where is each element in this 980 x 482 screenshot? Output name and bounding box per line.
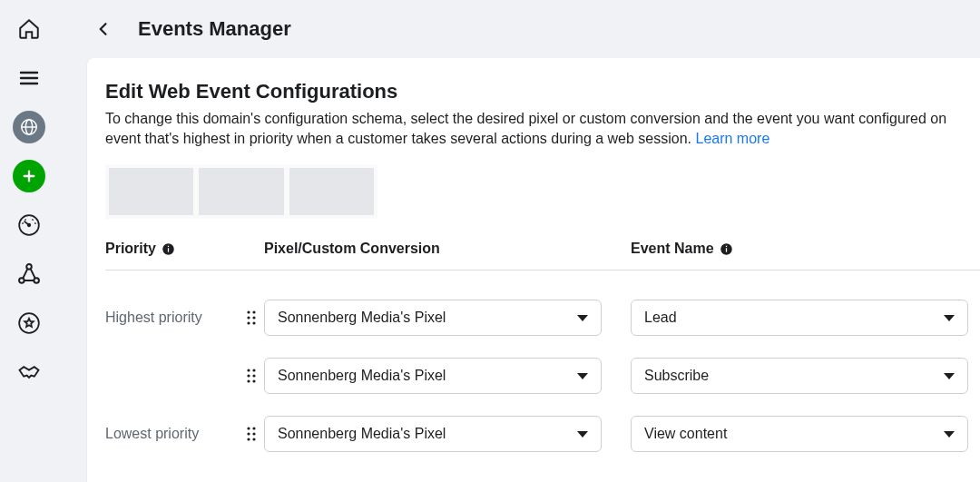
event-select[interactable]: Lead — [631, 300, 968, 336]
svg-rect-24 — [725, 245, 726, 246]
event-select[interactable]: View content — [631, 416, 968, 452]
pixel-select[interactable]: Sonnenberg Media's Pixel — [264, 300, 602, 336]
svg-line-10 — [24, 221, 29, 225]
svg-point-28 — [252, 317, 255, 320]
drag-handle[interactable] — [239, 426, 264, 442]
drag-icon — [246, 368, 257, 384]
star-circle-icon — [17, 311, 41, 335]
nav-partnerships[interactable] — [13, 356, 45, 389]
left-nav-rail — [0, 0, 58, 482]
nav-favorites[interactable] — [13, 307, 45, 339]
priority-label: Lowest priority — [105, 426, 239, 442]
plus-icon — [22, 169, 36, 183]
col-header-priority: Priority — [105, 241, 264, 257]
svg-point-41 — [247, 438, 250, 441]
svg-point-35 — [247, 380, 250, 383]
event-row: Highest priority Sonnenberg Media's Pixe… — [105, 289, 980, 347]
svg-point-30 — [252, 322, 255, 325]
svg-point-40 — [252, 433, 255, 436]
svg-point-32 — [252, 369, 255, 372]
globe-sparkle-icon — [19, 117, 39, 137]
hamburger-icon — [18, 67, 40, 89]
drag-handle[interactable] — [239, 310, 264, 326]
svg-point-25 — [247, 311, 250, 314]
event-select-value: View content — [644, 426, 727, 442]
panel-title: Edit Web Event Configurations — [105, 80, 980, 103]
svg-point-39 — [247, 433, 250, 436]
svg-point-15 — [26, 264, 32, 270]
svg-point-42 — [252, 438, 255, 441]
svg-rect-20 — [168, 248, 169, 251]
svg-point-33 — [247, 375, 250, 378]
nav-home[interactable] — [13, 13, 45, 45]
page-title: Events Manager — [138, 17, 291, 41]
nav-create[interactable] — [13, 160, 45, 192]
page-header: Events Manager — [87, 13, 291, 45]
svg-point-36 — [252, 380, 255, 383]
panel-description-line-1: To change this domain's configuration sc… — [105, 111, 946, 126]
svg-point-29 — [247, 322, 250, 325]
col-header-event-label: Event Name — [631, 241, 714, 257]
learn-more-link[interactable]: Learn more — [696, 131, 770, 146]
nav-connections[interactable] — [13, 258, 45, 290]
panel-description: To change this domain's configuration sc… — [105, 109, 980, 148]
svg-point-37 — [247, 428, 250, 430]
svg-point-34 — [252, 375, 255, 378]
svg-point-18 — [19, 313, 39, 333]
drag-handle[interactable] — [239, 368, 264, 384]
pixel-select-value: Sonnenberg Media's Pixel — [278, 426, 446, 442]
gauge-icon — [17, 213, 41, 237]
col-header-pixel: Pixel/Custom Conversion — [264, 241, 631, 257]
svg-point-31 — [247, 369, 250, 372]
home-icon — [17, 17, 41, 41]
event-row: Lowest priority Sonnenberg Media's Pixel… — [105, 405, 980, 463]
event-select-value: Subscribe — [644, 368, 709, 384]
svg-point-27 — [247, 317, 250, 320]
svg-point-38 — [252, 428, 255, 430]
info-icon[interactable] — [720, 242, 733, 256]
config-panel: Edit Web Event Configurations To change … — [87, 58, 980, 482]
back-button[interactable] — [87, 13, 120, 45]
network-icon — [16, 261, 42, 287]
handshake-icon — [16, 359, 42, 385]
event-rows: Highest priority Sonnenberg Media's Pixe… — [105, 289, 980, 463]
nav-menu[interactable] — [13, 62, 45, 94]
svg-rect-23 — [725, 248, 726, 251]
table-header-row: Priority Pixel/Custom Conversion Event N… — [105, 241, 980, 271]
event-select[interactable]: Subscribe — [631, 358, 968, 394]
svg-rect-21 — [168, 245, 169, 246]
caret-down-icon — [577, 373, 588, 379]
caret-down-icon — [944, 431, 955, 438]
panel-description-line-2: event that's highest in priority when a … — [105, 131, 696, 146]
event-select-value: Lead — [644, 310, 677, 326]
drag-icon — [246, 310, 257, 326]
info-icon[interactable] — [162, 242, 175, 256]
chevron-left-icon — [94, 20, 113, 38]
drag-icon — [246, 426, 257, 442]
domain-redacted-block — [105, 164, 377, 219]
event-row: Sonnenberg Media's Pixel Subscribe — [105, 347, 980, 405]
caret-down-icon — [944, 315, 955, 321]
svg-point-16 — [19, 278, 24, 283]
caret-down-icon — [577, 315, 588, 321]
pixel-select[interactable]: Sonnenberg Media's Pixel — [264, 358, 602, 394]
col-header-event: Event Name — [631, 241, 980, 257]
svg-point-17 — [34, 278, 39, 283]
nav-events-manager[interactable] — [13, 111, 45, 143]
svg-line-13 — [33, 220, 34, 221]
col-header-priority-label: Priority — [105, 241, 156, 257]
svg-line-12 — [25, 220, 26, 221]
nav-dashboard[interactable] — [13, 209, 45, 241]
pixel-select-value: Sonnenberg Media's Pixel — [278, 368, 446, 384]
svg-point-26 — [252, 311, 255, 314]
caret-down-icon — [944, 373, 955, 379]
priority-label: Highest priority — [105, 310, 239, 326]
pixel-select-value: Sonnenberg Media's Pixel — [278, 310, 446, 326]
caret-down-icon — [577, 431, 588, 438]
pixel-select[interactable]: Sonnenberg Media's Pixel — [264, 416, 602, 452]
